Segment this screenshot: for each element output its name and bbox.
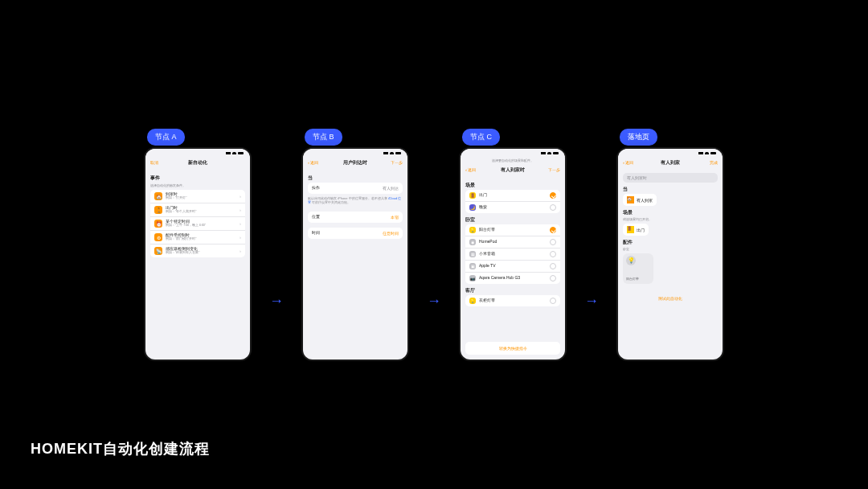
when-label: 当 [308,175,403,181]
chevron-right-icon: › [240,194,241,199]
statusbar [618,149,723,157]
phone-a: 取消 新自动化 事件 选择自动化的触发条件。 🏠 到家时例如："打开灯" › 🚶… [145,149,250,360]
event-time[interactable]: ⏰ 某个特定时间例如："上午 7:00，晚上 6:00" › [150,216,245,230]
nav-back[interactable]: ‹返回 [465,167,485,172]
micro-hint: 选择要自动化的场景和配件。 [461,157,565,164]
walk-icon: 🚶 [154,206,162,214]
chevron-left-icon: ‹ [308,160,309,165]
event-leave[interactable]: 🚶 出门时例如："有个人离开时" › [150,203,245,216]
convert-shortcut-button[interactable]: 转换为快捷指令 [465,342,560,355]
door-icon: 🚪 [469,192,476,199]
phone-c: 选择要自动化的场景和配件。 ‹返回 有人到家时 下一步 场景 🚪 出门 🌙 晚安 [461,149,565,360]
time-row[interactable]: 时间 任意时间 [308,228,403,239]
accessories-label: 配件 [623,240,718,245]
chevron-right-icon: › [240,235,241,240]
arrow-icon: → [269,294,284,308]
scenes-label: 场景 [623,210,718,216]
accessory-row[interactable]: 📷Aqara Camera Hub G3 [465,272,560,284]
gear-icon: ⚙ [154,233,162,241]
location-note: 默认使用此动作触发 iPhone 中的位置服务。若不想共享 iCloud 位置 … [308,196,403,204]
location-row[interactable]: 位置 本宿 [308,212,403,223]
sensor-icon: 📡 [154,247,162,255]
flow-stage: 节点 A 取消 新自动化 事件 选择自动化的触发条件。 🏠 到家时例如："打开灯… [0,129,868,360]
scene-row[interactable]: 🚪 出门 [465,190,560,201]
event-list: 🏠 到家时例如："打开灯" › 🚶 出门时例如："有个人离开时" › ⏰ 某个特… [150,190,245,257]
nav-title: 用户到达时 [343,160,367,166]
camera-icon: 📷 [469,275,476,281]
nav-cancel[interactable]: 取消 [150,160,170,165]
nav-back[interactable]: ‹返回 [308,160,327,165]
statusbar [461,149,565,157]
phone-d: ‹返回 有人到家 完成 有人到家时 当 🏠 有人到家 场景 或选场景均已开启。 … [618,149,723,360]
accessory-row[interactable]: ▣Apple TV [465,260,560,272]
section-title: 事件 [150,175,245,182]
event-arrive[interactable]: 🏠 到家时例如："打开灯" › [150,190,245,203]
speaker-icon: ▦ [469,251,476,257]
scene-chip[interactable]: 🚪 出门 [623,224,649,236]
navbar: ‹返回 有人到家 完成 [618,157,723,168]
light-icon: 💡 [626,256,636,265]
when-chip[interactable]: 🏠 有人到家 [623,194,657,206]
check-icon[interactable] [550,227,556,233]
nav-done[interactable]: 完成 [698,160,718,165]
badge-b: 节点 B [305,129,342,146]
test-automation-button[interactable]: 测试此自动化 [623,292,718,305]
light-icon: 💡 [469,227,476,233]
nav-back[interactable]: ‹返回 [623,160,642,165]
chevron-right-icon: › [240,249,241,253]
moon-icon: 🌙 [469,204,476,211]
nav-title: 有人到家 [661,160,680,166]
accessory-row[interactable]: 💡衣柜灯带 [465,295,560,306]
accessory-row[interactable]: 💡阳台灯带 [465,224,560,236]
chevron-left-icon: ‹ [623,160,624,165]
bedroom-label: 卧室 [465,217,560,223]
section-sub: 选择自动化的触发条件。 [150,183,245,187]
check-icon[interactable] [550,192,556,199]
nav-next[interactable]: 下一步 [541,167,560,172]
when-label: 当 [623,187,718,192]
accessory-tile[interactable]: 💡 阳台灯带 [623,253,653,284]
event-accessory[interactable]: ⚙ 配件受控制时例如："前门锁打开时" › [150,230,245,244]
check-icon[interactable] [550,251,556,257]
event-sensor[interactable]: 📡 感应器检测到变化例如："检测到有人在家" › [150,244,245,257]
check-icon[interactable] [550,204,556,211]
check-icon[interactable] [550,298,556,304]
action-row[interactable]: 操作 有人到达 [308,183,403,194]
statusbar [303,149,407,157]
scenes-label: 场景 [465,183,560,188]
arrow-icon: → [584,294,599,308]
door-icon: 🚪 [627,226,634,233]
check-icon[interactable] [550,275,556,281]
homepod-icon: ◉ [469,239,476,245]
light-icon: 💡 [469,298,476,304]
node-b: 节点 B ‹返回 用户到达时 下一步 当 操作 有人到达 默认使用此动作触发 i… [303,129,407,360]
nav-next[interactable]: 下一步 [383,160,403,165]
badge-a: 节点 A [147,129,185,146]
slide-caption: HOMEKIT自动化创建流程 [31,439,210,458]
badge-d: 落地页 [620,129,657,146]
clock-icon: ⏰ [154,220,162,228]
home-icon: 🏠 [627,196,634,203]
nav-title: 有人到家时 [501,167,525,173]
nav-title: 新自动化 [188,160,207,166]
check-icon[interactable] [550,263,556,269]
accessory-row[interactable]: ▦小米音箱 [465,248,560,260]
navbar: 取消 新自动化 [145,157,250,168]
home-icon: 🏠 [154,192,162,200]
chevron-left-icon: ‹ [465,167,467,172]
chevron-right-icon: › [240,221,241,226]
scene-row[interactable]: 🌙 晚安 [465,201,560,213]
navbar: ‹返回 有人到家时 下一步 [461,164,565,175]
appletv-icon: ▣ [469,263,476,269]
node-d: 落地页 ‹返回 有人到家 完成 有人到家时 当 🏠 有人到家 场景 或选场景均已… [618,129,723,360]
phone-b: ‹返回 用户到达时 下一步 当 操作 有人到达 默认使用此动作触发 iPhone… [303,149,407,360]
accessory-row[interactable]: ◉HomePod [465,236,560,248]
node-a: 节点 A 取消 新自动化 事件 选择自动化的触发条件。 🏠 到家时例如："打开灯… [145,129,250,360]
check-icon[interactable] [550,239,556,245]
node-c: 节点 C 选择要自动化的场景和配件。 ‹返回 有人到家时 下一步 场景 🚪 出门 [461,129,565,360]
badge-c: 节点 C [462,129,500,146]
chevron-right-icon: › [240,208,241,212]
navbar: ‹返回 用户到达时 下一步 [303,157,407,168]
arrow-icon: → [427,294,441,308]
name-input[interactable]: 有人到家时 [623,173,718,183]
